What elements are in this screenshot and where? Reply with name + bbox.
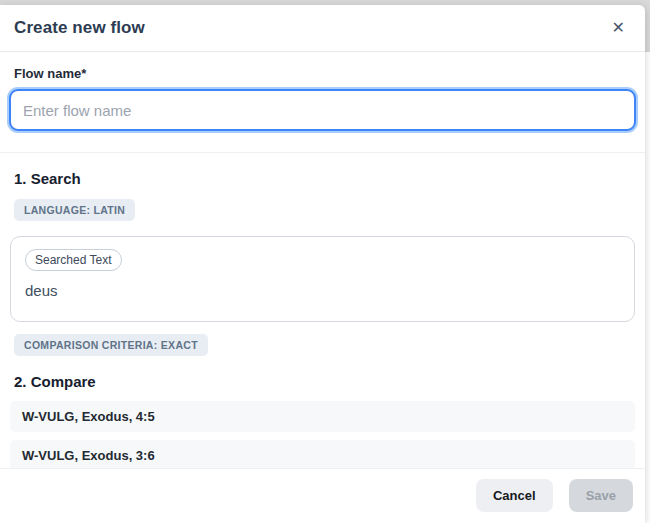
modal-title: Create new flow (14, 18, 145, 38)
compare-row[interactable]: W-VULG, Exodus, 4:5 (10, 401, 635, 432)
header-section-divider (0, 152, 645, 153)
modal-footer: Cancel Save (0, 468, 645, 523)
compare-section-heading: 2. Compare (14, 373, 631, 390)
compare-rows: W-VULG, Exodus, 4:5 W-VULG, Exodus, 3:6 (14, 401, 631, 468)
searched-text-value: deus (25, 282, 622, 299)
compare-row[interactable]: W-VULG, Exodus, 3:6 (10, 440, 635, 468)
close-icon[interactable]: ✕ (608, 18, 629, 38)
flow-name-input[interactable] (9, 89, 636, 131)
modal-header: Create new flow ✕ (0, 5, 645, 52)
modal-body: Flow name* 1. Search LANGUAGE: LATIN Sea… (0, 52, 645, 468)
flow-name-label: Flow name* (14, 66, 631, 81)
language-badge: LANGUAGE: LATIN (14, 199, 135, 221)
create-flow-modal: Create new flow ✕ Flow name* 1. Search L… (0, 5, 645, 523)
comparison-criteria-badge: COMPARISON CRITERIA: EXACT (14, 334, 208, 356)
searched-text-box: Searched Text deus (10, 236, 635, 322)
save-button[interactable]: Save (569, 479, 633, 512)
search-section-heading: 1. Search (14, 170, 631, 187)
cancel-button[interactable]: Cancel (476, 479, 553, 512)
searched-text-chip: Searched Text (25, 249, 122, 271)
